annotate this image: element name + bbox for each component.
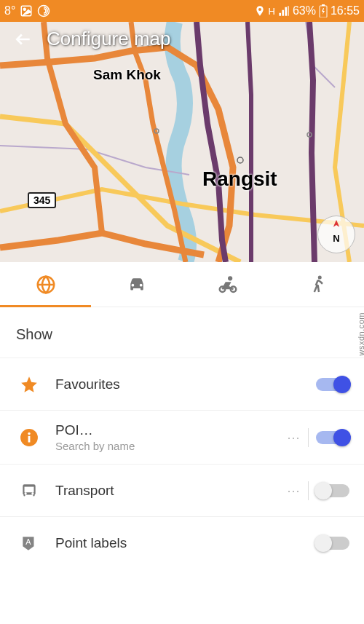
toggle-transport[interactable] bbox=[316, 484, 349, 497]
nfc-icon bbox=[37, 4, 50, 17]
signal-icon bbox=[278, 5, 290, 17]
temperature: 8° bbox=[4, 4, 15, 17]
status-right: H 63% 16:55 bbox=[254, 4, 360, 17]
watermark: wsxdn.com bbox=[357, 312, 364, 356]
svg-text:A: A bbox=[25, 537, 31, 546]
back-button[interactable] bbox=[13, 29, 33, 50]
tab-walk[interactable] bbox=[273, 262, 364, 307]
overflow-icon[interactable]: ⋯ bbox=[287, 483, 301, 499]
svg-rect-3 bbox=[322, 4, 325, 6]
map-label-samkhok: Sam Khok bbox=[93, 67, 161, 83]
profile-tabs bbox=[0, 262, 364, 307]
row-favourites-label: Favourites bbox=[55, 376, 316, 392]
map-header: Configure map bbox=[0, 28, 171, 50]
location-icon bbox=[254, 5, 266, 17]
page-title: Configure map bbox=[47, 28, 171, 50]
row-point-labels[interactable]: A Point labels bbox=[0, 516, 364, 569]
svg-point-13 bbox=[28, 432, 30, 434]
star-icon bbox=[15, 375, 44, 394]
divider bbox=[308, 481, 309, 500]
bus-icon bbox=[15, 481, 44, 500]
info-icon bbox=[15, 428, 44, 447]
route-shield: 345 bbox=[28, 192, 56, 208]
row-transport[interactable]: Transport ⋯ bbox=[0, 464, 364, 516]
tab-globe[interactable] bbox=[0, 262, 91, 307]
network-type: H bbox=[269, 6, 275, 17]
map-label-rangsit: Rangsit bbox=[202, 167, 277, 191]
battery-percent: 63% bbox=[293, 4, 316, 17]
svg-point-1 bbox=[24, 8, 26, 10]
toggle-point-labels[interactable] bbox=[316, 537, 349, 550]
overflow-icon[interactable]: ⋯ bbox=[287, 430, 301, 446]
divider bbox=[308, 428, 309, 447]
toggle-poi[interactable] bbox=[316, 431, 349, 444]
label-icon: A bbox=[15, 534, 44, 553]
row-point-labels-label: Point labels bbox=[55, 535, 316, 551]
status-left: 8° bbox=[4, 4, 50, 17]
bike-icon bbox=[217, 274, 239, 296]
clock: 16:55 bbox=[331, 4, 360, 17]
section-show-header: Show bbox=[0, 307, 364, 358]
walk-icon bbox=[308, 274, 330, 296]
tab-bike[interactable] bbox=[182, 262, 273, 307]
row-favourites[interactable]: Favourites bbox=[0, 358, 364, 410]
toggle-favourites[interactable] bbox=[316, 378, 349, 391]
map-view[interactable]: Configure map Sam Khok Rangsit 345 N bbox=[0, 22, 364, 262]
row-poi-label: POI… bbox=[55, 422, 287, 438]
car-icon bbox=[126, 274, 148, 296]
compass-arrow-icon bbox=[331, 220, 341, 230]
row-poi-sub: Search by name bbox=[55, 440, 287, 452]
svg-point-11 bbox=[317, 275, 321, 279]
battery-charging-icon bbox=[319, 4, 328, 17]
globe-icon bbox=[35, 274, 57, 296]
map-canvas bbox=[0, 22, 364, 262]
row-transport-label: Transport bbox=[55, 483, 287, 499]
svg-rect-14 bbox=[28, 435, 31, 442]
status-bar: 8° H 63% 16:55 bbox=[0, 0, 364, 22]
compass[interactable]: N bbox=[317, 216, 355, 253]
compass-label: N bbox=[333, 233, 339, 244]
image-icon bbox=[20, 4, 33, 17]
row-poi[interactable]: POI… Search by name ⋯ bbox=[0, 410, 364, 464]
tab-car[interactable] bbox=[91, 262, 182, 307]
